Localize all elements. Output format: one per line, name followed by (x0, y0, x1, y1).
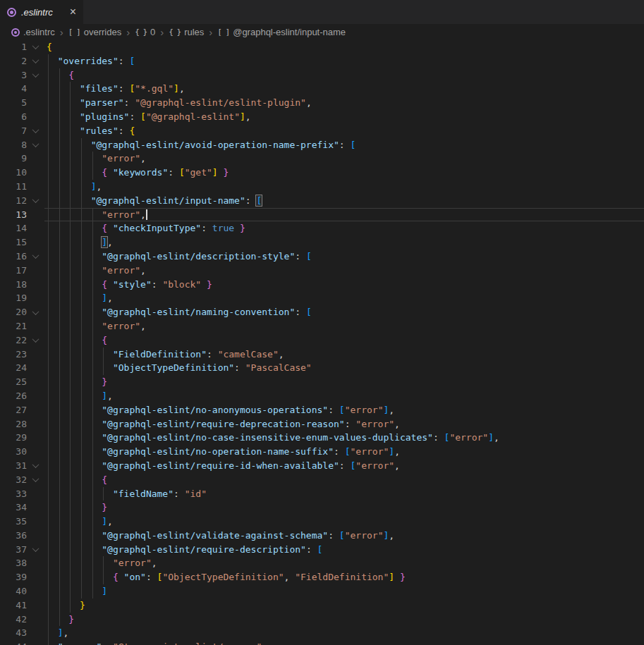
code-line[interactable]: 42 } (0, 613, 644, 627)
fold-chevron-down-icon[interactable] (27, 138, 44, 152)
code-line[interactable]: 9 "error", (0, 152, 644, 166)
code-line[interactable]: 28 "@graphql-eslint/require-deprecation-… (0, 417, 644, 431)
code-content[interactable]: "error", (44, 152, 644, 166)
fold-chevron-down-icon[interactable] (27, 194, 44, 208)
fold-chevron-down-icon[interactable] (27, 54, 44, 68)
code-line[interactable]: 27 "@graphql-eslint/no-anonymous-operati… (0, 403, 644, 417)
code-line[interactable]: 8 "@graphql-eslint/avoid-operation-name-… (0, 138, 644, 152)
code-content[interactable]: ], (44, 626, 644, 640)
code-line[interactable]: 34 } (0, 500, 644, 515)
code-line[interactable]: 20 "@graphql-eslint/naming-convention": … (0, 305, 644, 319)
code-content[interactable]: } (44, 375, 644, 389)
code-line[interactable]: 3 { (0, 68, 644, 82)
code-content[interactable]: "@graphql-eslint/naming-convention": [ (44, 305, 644, 319)
code-line[interactable]: 37 "@graphql-eslint/require-description"… (0, 543, 644, 557)
code-content[interactable]: } (44, 598, 644, 613)
code-content[interactable]: "@graphql-eslint/no-operation-name-suffi… (44, 445, 644, 459)
code-content[interactable]: "files": ["*.gql"], (44, 82, 644, 96)
code-line[interactable]: 26 ], (0, 389, 644, 403)
code-line[interactable]: 11 ], (0, 180, 644, 194)
breadcrumb-item-file[interactable]: .eslintrc (11, 27, 55, 37)
code-content[interactable]: "@graphql-eslint/validate-against-schema… (44, 529, 644, 543)
code-content[interactable]: { (44, 333, 644, 348)
code-line[interactable]: 33 "fieldName": "id" (0, 487, 644, 501)
code-line[interactable]: 5 "parser": "@graphql-eslint/eslint-plug… (0, 96, 644, 110)
fold-chevron-down-icon[interactable] (27, 543, 44, 557)
breadcrumb-item[interactable]: { }rules (169, 27, 204, 37)
fold-chevron-down-icon[interactable] (27, 305, 44, 319)
breadcrumb-item[interactable]: { }0 (135, 27, 155, 37)
code-content[interactable]: "@graphql-eslint/description-style": [ (44, 250, 644, 264)
fold-chevron-down-icon[interactable] (27, 124, 44, 138)
code-content[interactable]: { (44, 40, 644, 54)
code-line[interactable]: 41 } (0, 598, 644, 613)
code-content[interactable]: "ObjectTypeDefinition": "PascalCase" (44, 361, 644, 375)
code-line[interactable]: 31 "@graphql-eslint/require-id-when-avai… (0, 459, 644, 473)
code-line[interactable]: 32 { (0, 473, 644, 487)
code-content[interactable]: } (44, 500, 644, 515)
breadcrumb-item[interactable]: [ ]overrides (68, 27, 121, 37)
code-editor[interactable]: 1{2 "overrides": [3 {4 "files": ["*.gql"… (0, 40, 644, 645)
code-line[interactable]: 40 ] (0, 584, 644, 598)
code-line[interactable]: 12 "@graphql-eslint/input-name": [ (0, 194, 644, 208)
tab-eslintrc[interactable]: .eslintrc × (0, 0, 83, 24)
code-line[interactable]: 6 "plugins": ["@graphql-eslint"], (0, 110, 644, 124)
code-line[interactable]: 25 } (0, 375, 644, 389)
code-line[interactable]: 24 "ObjectTypeDefinition": "PascalCase" (0, 361, 644, 375)
code-line[interactable]: 23 "FieldDefinition": "camelCase", (0, 348, 644, 362)
code-line[interactable]: 15 ], (0, 235, 644, 250)
code-content[interactable]: "error", (44, 264, 644, 278)
code-line[interactable]: 21 "error", (0, 319, 644, 333)
code-content[interactable]: "error", (44, 556, 644, 570)
fold-chevron-down-icon[interactable] (27, 40, 44, 54)
code-content[interactable]: "parser": "@typescript-eslint/parser" (44, 640, 644, 645)
close-icon[interactable]: × (70, 6, 76, 18)
fold-chevron-down-icon[interactable] (27, 473, 44, 487)
code-line[interactable]: 36 "@graphql-eslint/validate-against-sch… (0, 529, 644, 543)
code-line[interactable]: 13 "error", (0, 208, 644, 222)
code-line[interactable]: 44 "parser": "@typescript-eslint/parser" (0, 640, 644, 645)
code-line[interactable]: 10 { "keywords": ["get"] } (0, 166, 644, 180)
code-content[interactable]: "error", (44, 208, 644, 222)
code-content[interactable]: "parser": "@graphql-eslint/eslint-plugin… (44, 96, 644, 110)
code-content[interactable]: { (44, 68, 644, 82)
code-line[interactable]: 43 ], (0, 626, 644, 640)
code-content[interactable]: "@graphql-eslint/require-id-when-availab… (44, 459, 644, 473)
code-content[interactable]: ], (44, 389, 644, 403)
code-content[interactable]: { "checkInputType": true } (44, 221, 644, 235)
code-line[interactable]: 14 { "checkInputType": true } (0, 221, 644, 235)
code-content[interactable]: { "on": ["ObjectTypeDefinition", "FieldD… (44, 570, 644, 584)
code-content[interactable]: { (44, 473, 644, 487)
code-content[interactable]: } (44, 613, 644, 627)
code-content[interactable]: "error", (44, 319, 644, 333)
code-line[interactable]: 1{ (0, 40, 644, 54)
code-content[interactable]: "@graphql-eslint/require-deprecation-rea… (44, 417, 644, 431)
code-line[interactable]: 22 { (0, 333, 644, 348)
code-content[interactable]: "plugins": ["@graphql-eslint"], (44, 110, 644, 124)
code-line[interactable]: 19 ], (0, 291, 644, 305)
fold-chevron-down-icon[interactable] (27, 68, 44, 82)
code-line[interactable]: 35 ], (0, 515, 644, 529)
code-line[interactable]: 29 "@graphql-eslint/no-case-insensitive-… (0, 431, 644, 445)
fold-chevron-down-icon[interactable] (27, 333, 44, 348)
code-content[interactable]: "@graphql-eslint/no-anonymous-operations… (44, 403, 644, 417)
code-content[interactable]: "@graphql-eslint/avoid-operation-name-pr… (44, 138, 644, 152)
code-content[interactable]: "rules": { (44, 124, 644, 138)
fold-chevron-down-icon[interactable] (27, 250, 44, 264)
code-line[interactable]: 7 "rules": { (0, 124, 644, 138)
code-content[interactable]: { "keywords": ["get"] } (44, 166, 644, 180)
code-content[interactable]: ], (44, 180, 644, 194)
code-line[interactable]: 16 "@graphql-eslint/description-style": … (0, 250, 644, 264)
code-line[interactable]: 30 "@graphql-eslint/no-operation-name-su… (0, 445, 644, 459)
code-content[interactable]: "@graphql-eslint/input-name": [ (44, 194, 644, 208)
code-line[interactable]: 17 "error", (0, 264, 644, 278)
breadcrumb-item[interactable]: [ ]@graphql-eslint/input-name (217, 27, 346, 37)
code-line[interactable]: 4 "files": ["*.gql"], (0, 82, 644, 96)
fold-chevron-down-icon[interactable] (27, 459, 44, 473)
code-content[interactable]: "fieldName": "id" (44, 487, 644, 501)
code-line[interactable]: 18 { "style": "block" } (0, 278, 644, 292)
code-content[interactable]: ], (44, 515, 644, 529)
code-content[interactable]: ], (44, 291, 644, 305)
code-line[interactable]: 39 { "on": ["ObjectTypeDefinition", "Fie… (0, 570, 644, 584)
code-content[interactable]: ], (44, 235, 644, 250)
